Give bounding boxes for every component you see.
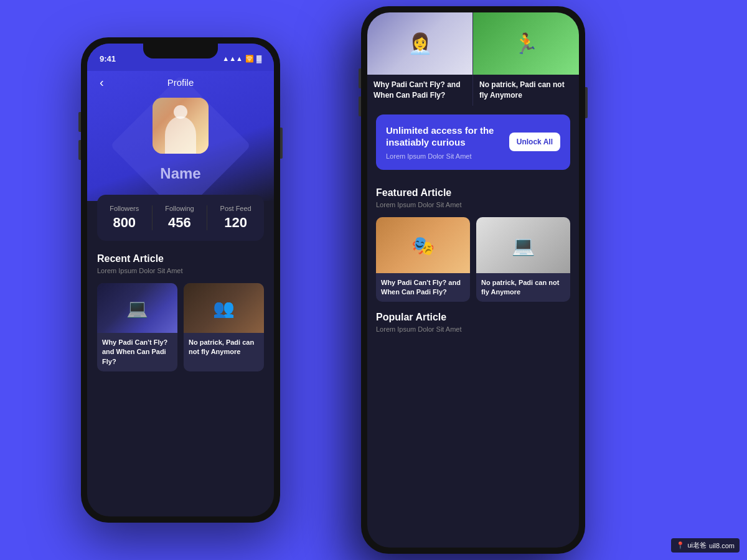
featured-thumb-1 [376,217,470,273]
feed-article-title-1: Why Padi Can't Fly? and When Can Padi Fl… [367,75,472,106]
feed-top-section: Why Padi Can't Fly? and When Can Padi Fl… [367,12,579,106]
article-text-1: Why Padi Can't Fly? and When Can Padi Fl… [97,333,177,371]
power-button[interactable] [280,128,283,159]
featured-body-2: No patrick, Padi can not fly Anymore [476,273,570,302]
feed-screen: Why Padi Can't Fly? and When Can Padi Fl… [367,12,579,548]
avatar-container [153,98,209,154]
notch [143,44,218,58]
recent-article-title: Recent Article [97,253,264,264]
feed-top-col-1[interactable]: Why Padi Can't Fly? and When Can Padi Fl… [367,12,473,106]
profile-screen: 9:41 ▲▲▲ 🛜 ▓ ‹ Profile [87,44,274,516]
featured-thumb-2 [476,217,570,273]
featured-card-2[interactable]: No patrick, Padi can not fly Anymore [476,217,570,302]
followers-stat: Followers 800 [110,205,139,231]
volume-down-button[interactable] [78,140,81,160]
stat-divider-1 [152,205,153,230]
signal-icon: ▲▲▲ [222,55,243,62]
profile-header: ‹ Profile Name [87,71,274,201]
unlock-all-button[interactable]: Unlock All [509,133,560,151]
feed-article-text-2: No patrick, Padi can not fly Anymore [479,80,573,101]
right-phone-screen: Why Padi Can't Fly? and When Can Padi Fl… [367,12,579,548]
popular-title: Popular Article [376,312,570,323]
article-text-2: No patrick, Padi can not fly Anymore [184,333,264,362]
feed-top-col-2[interactable]: No patrick, Padi can not fly Anymore [473,12,579,106]
promo-banner: Unlimited access for the insatiably curi… [376,114,570,170]
promo-subtitle: Lorem Ipsum Dolor Sit Amet [386,152,498,160]
popular-subtitle: Lorem Ipsum Dolor Sit Amet [376,325,570,333]
postfeed-value: 120 [220,215,251,231]
status-icons: ▲▲▲ 🛜 ▓ [222,55,261,63]
status-time: 9:41 [100,54,116,63]
postfeed-label: Post Feed [220,205,251,212]
wifi-icon: 🛜 [245,55,254,63]
profile-nav: ‹ Profile [100,71,261,98]
right-volume-down-button[interactable] [359,96,361,116]
watermark-icon: 📍 [676,541,685,549]
featured-body-1: Why Padi Can't Fly? and When Can Padi Fl… [376,273,470,302]
watermark-text: ui老爸 [687,541,707,550]
back-button[interactable]: ‹ [100,75,104,90]
watermark-url: uil8.com [709,542,735,549]
featured-articles-grid: Why Padi Can't Fly? and When Can Padi Fl… [376,217,570,302]
left-phone: 9:41 ▲▲▲ 🛜 ▓ ‹ Profile [81,37,280,523]
article-card-1[interactable]: Why Padi Can't Fly? and When Can Padi Fl… [97,283,177,371]
article-thumb-meeting [184,283,264,333]
avatar [153,98,209,154]
article-card-2[interactable]: No patrick, Padi can not fly Anymore [184,283,264,371]
battery-icon: ▓ [256,55,261,62]
stats-card: Followers 800 Following 456 Post Feed 12… [97,195,264,241]
article-title-1: Why Padi Can't Fly? and When Can Padi Fl… [102,338,172,366]
featured-articles-section: Featured Article Lorem Ipsum Dolor Sit A… [367,179,579,351]
article-title-2: No patrick, Padi can not fly Anymore [189,338,259,357]
watermark: 📍 ui老爸 uil8.com [671,538,740,553]
featured-article-text-1: Why Padi Can't Fly? and When Can Padi Fl… [381,278,465,297]
recent-articles-section: Recent Article Lorem Ipsum Dolor Sit Ame… [87,241,274,394]
featured-card-1[interactable]: Why Padi Can't Fly? and When Can Padi Fl… [376,217,470,302]
feed-article-text-1: Why Padi Can't Fly? and When Can Padi Fl… [374,80,466,101]
feed-top-thumb-2 [473,12,579,75]
left-phone-screen: 9:41 ▲▲▲ 🛜 ▓ ‹ Profile [87,44,274,516]
following-value: 456 [165,215,194,231]
following-stat: Following 456 [165,205,194,231]
feed-top-grid: Why Padi Can't Fly? and When Can Padi Fl… [367,12,579,106]
featured-subtitle: Lorem Ipsum Dolor Sit Amet [376,201,570,208]
volume-up-button[interactable] [78,112,81,132]
postfeed-stat: Post Feed 120 [220,205,251,231]
featured-title: Featured Article [376,187,570,198]
feed-top-thumb-1 [367,12,472,75]
feed-article-title-2: No patrick, Padi can not fly Anymore [473,75,579,106]
avatar-image [153,98,209,154]
followers-value: 800 [110,215,139,231]
featured-article-text-2: No patrick, Padi can not fly Anymore [481,278,565,297]
promo-headline: Unlimited access for the insatiably curi… [386,124,498,149]
stat-divider-2 [207,205,207,230]
right-power-button[interactable] [585,87,588,118]
recent-article-subtitle: Lorem Ipsum Dolor Sit Amet [97,267,264,274]
followers-label: Followers [110,205,139,212]
articles-grid: Why Padi Can't Fly? and When Can Padi Fl… [97,283,264,371]
right-volume-up-button[interactable] [359,68,361,88]
profile-title: Profile [167,77,194,88]
right-phone: Why Padi Can't Fly? and When Can Padi Fl… [361,6,585,554]
article-thumb-laptop [97,283,177,333]
promo-text: Unlimited access for the insatiably curi… [386,124,498,160]
following-label: Following [165,205,194,212]
